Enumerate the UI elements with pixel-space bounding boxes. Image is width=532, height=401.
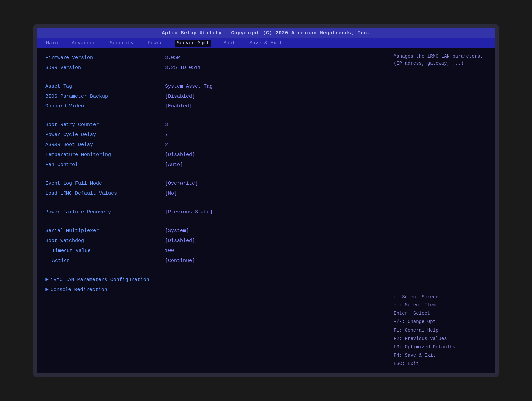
load-irmc-value[interactable]: [No] — [165, 191, 177, 196]
menu-main[interactable]: Main — [44, 40, 60, 47]
boot-retry-label: Boot Retry Counter — [45, 122, 165, 128]
menu-security[interactable]: Security — [108, 40, 136, 47]
power-cycle-value[interactable]: 7 — [165, 132, 168, 138]
bios-param-row: BIOS Parameter Backup [Disabled] — [45, 94, 380, 102]
serial-mux-label: Serial Multiplexer — [45, 228, 165, 234]
settings-panel: Firmware Version 3.05P SDRR Version 3.25… — [37, 48, 388, 373]
firmware-group: Firmware Version 3.05P SDRR Version 3.25… — [45, 55, 380, 74]
power-failure-value[interactable]: [Previous State] — [165, 209, 213, 215]
temp-monitoring-row: Temperature Monitoring [Disabled] — [45, 152, 380, 161]
sdrr-version-row: SDRR Version 3.25 ID 0511 — [45, 65, 380, 74]
key-general-help: F1: General Help — [394, 326, 489, 335]
event-group: Event Log Full Mode [Overwrite] Load iRM… — [45, 181, 380, 199]
temp-monitoring-label: Temperature Monitoring — [45, 152, 165, 158]
menu-boot[interactable]: Boot — [221, 40, 237, 47]
key-previous-values: F2: Previous Values — [394, 335, 489, 343]
load-irmc-label: Load iRMC Default Values — [45, 191, 165, 196]
sdrr-version-label: SDRR Version — [45, 65, 165, 71]
timeout-value-row: Timeout Value 100 — [45, 248, 380, 257]
onboard-video-value[interactable]: [Enabled] — [165, 103, 192, 109]
timeout-value-label: Timeout Value — [45, 248, 165, 254]
temp-monitoring-value[interactable]: [Disabled] — [165, 152, 195, 158]
power-failure-group: Power Failure Recovery [Previous State] — [45, 209, 380, 218]
key-save-exit: F4: Save & Exit — [394, 351, 489, 360]
event-log-value[interactable]: [Overwrite] — [165, 181, 198, 186]
onboard-video-label: Onboard Video — [45, 103, 165, 109]
serial-mux-value[interactable]: [System] — [165, 228, 189, 234]
title-bar: Aptio Setup Utility - Copyright (C) 2020… — [37, 28, 495, 38]
submenu-group: ► iRMC LAN Parameters Configuration ► Co… — [45, 277, 380, 295]
sdrr-version-value: 3.25 ID 0511 — [165, 65, 201, 71]
asset-tag-label: Asset Tag — [45, 84, 165, 89]
console-redirect-arrow: ► — [45, 287, 49, 293]
load-irmc-row: Load iRMC Default Values [No] — [45, 191, 380, 199]
power-failure-label: Power Failure Recovery — [45, 209, 165, 215]
menu-bar: Main Advanced Security Power Server Mgmt… — [37, 38, 495, 48]
title-text: Aptio Setup Utility - Copyright (C) 2020… — [162, 30, 370, 36]
menu-power[interactable]: Power — [146, 40, 165, 47]
console-redirect-label[interactable]: Console Redirection — [51, 287, 170, 293]
menu-advanced[interactable]: Advanced — [70, 40, 98, 47]
action-value[interactable]: [Continue] — [165, 258, 195, 264]
firmware-version-value: 3.05P — [165, 55, 180, 61]
bios-screen: Aptio Setup Utility - Copyright (C) 2020… — [37, 28, 495, 373]
help-description: Manages the iRMC LAN parameters. (IP adr… — [394, 53, 489, 72]
help-keys: ↔: Select Screen ↑↓: Select Item Enter: … — [394, 293, 489, 368]
event-log-label: Event Log Full Mode — [45, 181, 165, 186]
onboard-video-row: Onboard Video [Enabled] — [45, 103, 380, 112]
serial-group: Serial Multiplexer [System] Boot Watchdo… — [45, 228, 380, 267]
key-change-opt: +/-: Change Opt. — [394, 318, 489, 326]
key-enter-select: Enter: Select — [394, 309, 489, 318]
firmware-version-label: Firmware Version — [45, 55, 165, 61]
irmc-lan-row[interactable]: ► iRMC LAN Parameters Configuration — [45, 277, 380, 285]
asset-tag-value: System Asset Tag — [165, 84, 213, 89]
bios-param-value[interactable]: [Disabled] — [165, 94, 195, 99]
fan-control-value[interactable]: [Auto] — [165, 162, 183, 168]
boot-retry-row: Boot Retry Counter 3 — [45, 122, 380, 131]
firmware-version-row: Firmware Version 3.05P — [45, 55, 380, 64]
boot-retry-value[interactable]: 3 — [165, 122, 168, 128]
monitor-frame: Aptio Setup Utility - Copyright (C) 2020… — [33, 24, 499, 377]
help-desc-line2: (IP adress, gateway, ...) — [394, 61, 464, 66]
power-failure-row: Power Failure Recovery [Previous State] — [45, 209, 380, 218]
bios-param-label: BIOS Parameter Backup — [45, 94, 165, 99]
boot-watchdog-label: Boot Watchdog — [45, 238, 165, 244]
key-select-screen: ↔: Select Screen — [394, 293, 489, 301]
irmc-lan-label[interactable]: iRMC LAN Parameters Configuration — [51, 277, 170, 283]
power-cycle-row: Power Cycle Delay 7 — [45, 132, 380, 141]
menu-save-exit[interactable]: Save & Exit — [247, 40, 284, 47]
serial-mux-row: Serial Multiplexer [System] — [45, 228, 380, 237]
console-redirect-row[interactable]: ► Console Redirection — [45, 287, 380, 295]
boot-watchdog-value[interactable]: [Disabled] — [165, 238, 195, 244]
action-label: Action — [45, 258, 165, 264]
event-log-row: Event Log Full Mode [Overwrite] — [45, 181, 380, 189]
main-content: Firmware Version 3.05P SDRR Version 3.25… — [37, 48, 495, 373]
fan-control-label: Fan Control — [45, 162, 165, 168]
asrr-boot-label: ASR&R Boot Delay — [45, 142, 165, 148]
key-optimized-defaults: F3: Optimized Defaults — [394, 343, 489, 351]
help-desc-line1: Manages the iRMC LAN parameters. — [394, 54, 483, 59]
help-panel: Manages the iRMC LAN parameters. (IP adr… — [388, 48, 495, 373]
irmc-lan-arrow: ► — [45, 277, 49, 283]
asset-group: Asset Tag System Asset Tag BIOS Paramete… — [45, 84, 380, 112]
boot-group: Boot Retry Counter 3 Power Cycle Delay 7… — [45, 122, 380, 171]
timeout-value-value[interactable]: 100 — [165, 248, 174, 254]
asset-tag-row: Asset Tag System Asset Tag — [45, 84, 380, 92]
fan-control-row: Fan Control [Auto] — [45, 162, 380, 171]
key-esc-exit: ESC: Exit — [394, 360, 489, 368]
asrr-boot-value[interactable]: 2 — [165, 142, 168, 148]
action-row: Action [Continue] — [45, 258, 380, 267]
asrr-boot-row: ASR&R Boot Delay 2 — [45, 142, 380, 151]
menu-server-mgmt[interactable]: Server Mgmt — [175, 40, 211, 47]
boot-watchdog-row: Boot Watchdog [Disabled] — [45, 238, 380, 247]
key-select-item: ↑↓: Select Item — [394, 301, 489, 309]
power-cycle-label: Power Cycle Delay — [45, 132, 165, 138]
